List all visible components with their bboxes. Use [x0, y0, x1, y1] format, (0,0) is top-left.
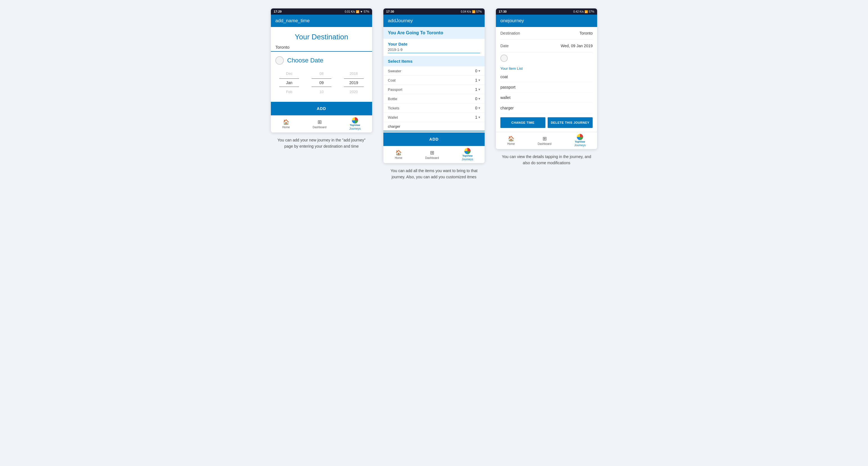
destination-label: Destination	[500, 31, 520, 35]
nav-journeys-label-3: Journeys	[575, 144, 586, 147]
signal-icon: 📶	[356, 10, 359, 13]
item-qty-tickets[interactable]: 0 ▾	[472, 106, 480, 110]
item-name-sweater: Sweater	[388, 69, 472, 73]
item-wallet: wallet	[500, 93, 593, 103]
status-speed-1: 0.01 K/s	[345, 10, 355, 13]
item-qty-wallet[interactable]: 1 ▾	[472, 115, 480, 120]
topview-text-3: TopView	[575, 140, 585, 143]
status-speed-2: 0.04 K/s	[461, 10, 471, 13]
phone2-container: 17:30 0.04 K/s 📶 57% addJourney You Are …	[383, 8, 485, 180]
destination-input[interactable]	[271, 43, 372, 52]
nav-home-label-1: Home	[282, 126, 290, 129]
nav-dashboard-label-1: Dashboard	[313, 126, 327, 129]
item-row-sweater: Sweater 0 ▾	[383, 66, 485, 76]
destination-detail-row: Destination Toronto	[500, 27, 593, 40]
phones-row: 17:29 0.01 K/s 📶 ▼ 57% add_name_time You…	[271, 8, 597, 180]
your-item-list-label: Your Item List	[500, 64, 593, 72]
qty-wallet: 1	[472, 115, 477, 120]
item-name-bottle: Bottle	[388, 97, 472, 101]
day-selected[interactable]: 09	[312, 79, 331, 87]
app-bar-2: addJourney	[383, 14, 485, 27]
status-time-2: 17:30	[386, 10, 394, 13]
phone1: 17:29 0.01 K/s 📶 ▼ 57% add_name_time You…	[271, 8, 372, 132]
nav-home-label-2: Home	[395, 156, 403, 159]
year-selected[interactable]: 2019	[344, 79, 364, 87]
select-items-header: Select Items	[383, 56, 485, 66]
month-prev: Dec	[279, 70, 299, 77]
topview-text-2: TopView	[462, 154, 472, 157]
app-title-2: addJourney	[388, 18, 413, 23]
item-qty-passport[interactable]: 1 ▾	[472, 87, 480, 92]
phone3-container: 17:30 0.42 K/s 📶 57% onejourney Destinat…	[496, 8, 597, 166]
destination-title: Your Destination	[271, 27, 372, 43]
item-name-tickets: Tickets	[388, 106, 472, 110]
dropdown-arrow-passport: ▾	[478, 88, 480, 91]
status-speed-3: 0.42 K/s	[573, 10, 584, 13]
radio-button-3[interactable]	[500, 55, 508, 62]
nav-dashboard-2[interactable]: ⊞ Dashboard	[425, 150, 439, 159]
action-buttons: CHANGE TIME DELETE THIS JOURNEY	[500, 113, 593, 132]
home-icon: 🏠	[283, 119, 289, 125]
item-row-tickets: Tickets 0 ▾	[383, 103, 485, 113]
topview-logo-3: TopView	[575, 134, 585, 143]
items-list: Sweater 0 ▾ Coat 1 ▾ Pas	[383, 66, 485, 122]
wifi-icon: ▼	[360, 10, 363, 13]
nav-dashboard-3[interactable]: ⊞ Dashboard	[538, 135, 552, 146]
nav-journeys-3[interactable]: TopView Journeys	[575, 134, 586, 147]
delete-journey-button[interactable]: DELETE THIS JOURNEY	[548, 117, 593, 128]
home-icon-2: 🏠	[396, 150, 402, 156]
qty-bottle: 0	[472, 96, 477, 101]
screen1-content: Your Destination Choose Date Dec Jan Feb…	[271, 27, 372, 115]
battery-3: 57%	[589, 10, 594, 13]
item-name-wallet: Wallet	[388, 115, 472, 120]
dashboard-icon-2: ⊞	[430, 150, 434, 156]
your-date-section: Your Date 2019-1-9	[383, 39, 485, 56]
nav-home-2[interactable]: 🏠 Home	[395, 150, 403, 159]
item-passport: passport	[500, 82, 593, 93]
add-button-2[interactable]: ADD	[383, 132, 485, 146]
status-time-1: 17:29	[274, 10, 282, 13]
add-button-1[interactable]: ADD	[271, 102, 372, 115]
qty-tickets: 0	[472, 106, 477, 110]
caption-3: You can view the details tapping in the …	[499, 154, 594, 166]
item-row-passport: Passport 1 ▾	[383, 85, 485, 94]
nav-dashboard-label-2: Dashboard	[425, 156, 439, 159]
topview-text-1: TopView	[350, 124, 360, 127]
choose-date-row: Choose Date	[271, 52, 372, 67]
your-date-label: Your Date	[388, 42, 480, 46]
item-qty-bottle[interactable]: 0 ▾	[472, 96, 480, 101]
qty-coat: 1	[472, 78, 477, 83]
app-title-1: add_name_time	[275, 18, 310, 23]
radio-button[interactable]	[275, 56, 284, 65]
nav-home-3[interactable]: 🏠 Home	[507, 135, 515, 146]
app-title-3: onejourney	[500, 18, 524, 23]
nav-dashboard-1[interactable]: ⊞ Dashboard	[313, 119, 327, 129]
year-prev: 2018	[344, 70, 364, 77]
item-row-bottle: Bottle 0 ▾	[383, 94, 485, 103]
phone2: 17:30 0.04 K/s 📶 57% addJourney You Are …	[383, 8, 485, 163]
month-col: Dec Jan Feb	[279, 70, 299, 95]
day-col: 08 09 10	[312, 70, 331, 95]
dropdown-arrow-bottle: ▾	[478, 97, 480, 101]
home-icon-3: 🏠	[508, 135, 514, 142]
status-time-3: 17:30	[499, 10, 506, 13]
custom-item-input[interactable]	[383, 122, 485, 131]
nav-journeys-2[interactable]: TopView Journeys	[462, 148, 473, 161]
change-time-button[interactable]: CHANGE TIME	[500, 117, 546, 128]
nav-home-1[interactable]: 🏠 Home	[282, 119, 290, 129]
caption-2: You can add all the items you want to br…	[386, 167, 482, 180]
nav-journeys-1[interactable]: TopView Journeys	[349, 117, 361, 130]
signal-icon-2: 📶	[472, 10, 475, 13]
phone3: 17:30 0.42 K/s 📶 57% onejourney Destinat…	[496, 8, 597, 149]
day-prev: 08	[312, 70, 331, 77]
month-selected[interactable]: Jan	[279, 79, 299, 87]
dashboard-icon-3: ⊞	[542, 135, 547, 142]
item-qty-coat[interactable]: 1 ▾	[472, 78, 480, 83]
screen2-content: You Are Going To Toronto Your Date 2019-…	[383, 27, 485, 146]
dropdown-arrow-coat: ▾	[478, 78, 480, 82]
item-qty-sweater[interactable]: 0 ▾	[472, 69, 480, 73]
date-label: Date	[500, 43, 509, 48]
qty-passport: 1	[472, 87, 477, 92]
logo-circle-3	[577, 134, 583, 140]
item-row-wallet: Wallet 1 ▾	[383, 113, 485, 122]
